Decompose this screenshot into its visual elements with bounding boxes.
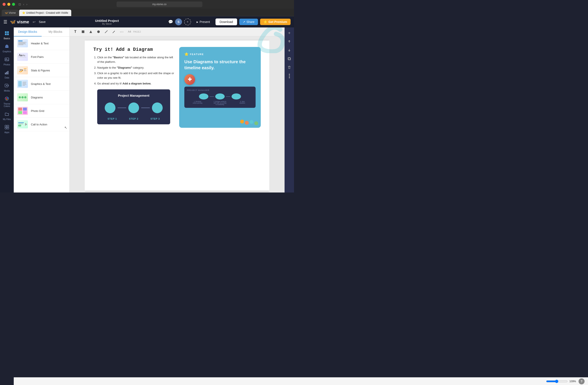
tool-line[interactable]	[103, 29, 109, 35]
tab-project-label: ⭐ Untitled Project - Created with VisMe	[22, 11, 68, 14]
tab-my-blocks[interactable]: My Blocks	[42, 27, 69, 37]
get-premium-button[interactable]: ⭐ Get Premium	[260, 19, 291, 25]
delete-button[interactable]	[285, 63, 293, 71]
my-files-label: My Files	[3, 118, 11, 120]
more-options[interactable]	[289, 74, 290, 78]
block-diagrams-label: Diagrams	[31, 96, 43, 99]
block-stats-figures[interactable]: 40% Stats & Figures	[14, 64, 69, 77]
svg-rect-42	[21, 96, 24, 98]
svg-text:Aa: Aa	[22, 54, 25, 57]
maximize-button[interactable]	[12, 3, 15, 6]
svg-rect-35	[24, 71, 26, 71]
address-bar[interactable]: my.visme.co	[117, 1, 202, 7]
present-button[interactable]: Present	[193, 19, 213, 25]
svg-rect-23	[18, 42, 26, 42]
svg-text:Aa: Aa	[19, 54, 22, 57]
pm-node-3	[152, 102, 163, 113]
try-diagram-list: Click on the "Basics" tab located at the…	[93, 55, 174, 86]
hamburger-menu[interactable]: ☰	[3, 19, 7, 24]
download-button[interactable]: Download	[215, 19, 237, 25]
back-button[interactable]: ‹	[23, 2, 24, 6]
svg-rect-51	[18, 124, 23, 124]
svg-rect-20	[5, 127, 7, 129]
block-graphics-text[interactable]: Graphics & Text	[14, 77, 69, 91]
try-diagram-step-1: Click on the "Basics" tab located at the…	[97, 55, 174, 64]
tool-rect[interactable]	[80, 29, 86, 35]
comment-button[interactable]: 💬	[168, 19, 173, 24]
block-cta-label: Call to Action	[31, 123, 47, 126]
block-stats-figures-thumb: 40%	[17, 66, 28, 74]
svg-rect-0	[5, 31, 7, 33]
sidebar-item-data[interactable]: Data	[1, 68, 13, 81]
right-toolbar: +	[285, 27, 294, 192]
svg-marker-13	[6, 85, 7, 86]
feature-badge: ⭐ FEATURE	[184, 52, 256, 56]
block-diagrams[interactable]: Diagrams	[14, 91, 69, 104]
tool-more[interactable]: ⋯	[118, 29, 125, 35]
pm-connector-1	[118, 108, 126, 108]
tool-triangle[interactable]	[87, 29, 94, 35]
tab-visme[interactable]: 🦋 Visme	[2, 10, 19, 16]
apps-label: Apps	[4, 131, 9, 134]
project-name: Untitled Project	[48, 19, 166, 22]
media-label: Media	[4, 90, 10, 92]
sidebar-item-basics[interactable]: Basics	[1, 29, 13, 41]
pm-title: Project Management	[102, 94, 166, 97]
feature-card-diagram: ⭐ FEATURE Use Diagrams to structure the …	[179, 47, 261, 128]
pm-node-2	[128, 102, 139, 113]
sidebar-item-theme-colors[interactable]: Theme Colors	[1, 95, 13, 109]
block-photo-grid[interactable]: Photo Grid	[14, 104, 69, 118]
logo[interactable]: 🦋 visme	[10, 19, 29, 25]
try-diagram-instructions: Try it! Add a Diagram Click on the "Basi…	[93, 47, 174, 128]
sidebar-item-media[interactable]: Media	[1, 81, 13, 94]
try-diagram-step-4: Go ahead and try it! Add a diagram below…	[97, 81, 174, 86]
top-nav: ☰ 🦋 visme ↩ Save Untitled Project By Ste…	[0, 16, 294, 27]
svg-rect-43	[24, 96, 26, 98]
block-font-pairs-thumb: Aa Aa	[17, 53, 28, 61]
svg-rect-36	[18, 81, 22, 87]
add-user-button[interactable]: +	[184, 19, 191, 25]
move-up-button[interactable]	[285, 38, 293, 45]
svg-rect-21	[7, 127, 9, 129]
tool-circle[interactable]	[95, 29, 102, 35]
plus-badge-container: ✚	[184, 74, 256, 85]
logo-icon: 🦋	[10, 19, 16, 25]
add-slide-button[interactable]: +	[285, 29, 293, 37]
tab-project[interactable]: ⭐ Untitled Project - Created with VisMe	[19, 10, 71, 16]
body-layout: Basics Graphics Photos Data	[0, 27, 294, 192]
block-header-text-thumb	[17, 39, 28, 47]
close-button[interactable]	[2, 3, 6, 6]
sidebar-toggle[interactable]: ⊡	[19, 2, 21, 6]
tool-text[interactable]: T	[72, 29, 79, 35]
save-button[interactable]: Save	[39, 20, 46, 24]
diagram-header: Project Manager	[187, 89, 253, 91]
pm-steps: STEP 1 STEP 2 STEP 3	[102, 117, 166, 120]
project-author: By Steve	[48, 22, 166, 25]
sidebar-item-graphics[interactable]: Graphics	[1, 42, 13, 55]
svg-line-58	[105, 30, 107, 33]
svg-rect-6	[5, 58, 9, 61]
canvas-wrapper: T ⋯ A4 PAGE2	[69, 27, 285, 192]
block-header-text[interactable]: Header & Text	[14, 37, 69, 50]
tool-arrow[interactable]	[111, 29, 117, 35]
theme-colors-label: Theme Colors	[2, 103, 12, 107]
minimize-button[interactable]	[7, 3, 10, 6]
logo-text: visme	[17, 19, 29, 24]
try-diagram-step-2: Navigate to the "Diagrams" category.	[97, 66, 174, 70]
undo-button[interactable]: ↩	[33, 20, 35, 24]
cursor-indicator: ↖	[64, 126, 67, 130]
duplicate-button[interactable]	[285, 55, 293, 63]
sidebar-item-apps[interactable]: Apps	[1, 123, 13, 135]
block-font-pairs[interactable]: Aa Aa Font Pairs	[14, 50, 69, 64]
svg-rect-8	[5, 73, 6, 74]
block-call-to-action[interactable]: START Call to Action ↖	[14, 118, 69, 131]
move-down-button[interactable]	[285, 46, 293, 54]
sidebar-item-photos[interactable]: Photos	[1, 55, 13, 68]
svg-rect-26	[18, 45, 23, 45]
user-avatar[interactable]: S	[175, 19, 182, 25]
tab-design-blocks[interactable]: Design Blocks	[14, 27, 42, 37]
share-button[interactable]: ↗ Share	[239, 19, 258, 25]
forward-button[interactable]: ›	[26, 2, 27, 6]
canvas-scroll-area[interactable]: Try it! Add a Diagram Click on the "Basi…	[85, 36, 269, 192]
sidebar-item-my-files[interactable]: My Files	[1, 110, 13, 122]
